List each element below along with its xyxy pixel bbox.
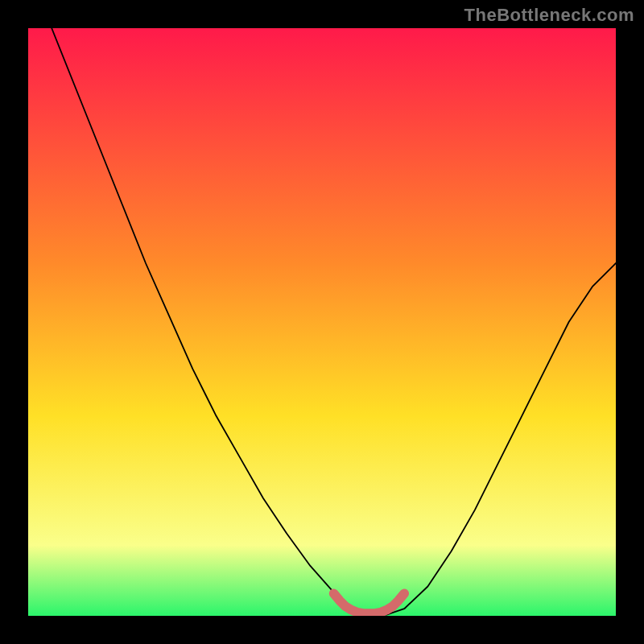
watermark-text: TheBottleneck.com	[464, 5, 634, 26]
chart-stage: TheBottleneck.com	[0, 0, 644, 644]
plot-frame	[28, 28, 616, 616]
gradient-background	[28, 28, 616, 616]
plot-svg	[28, 28, 616, 616]
